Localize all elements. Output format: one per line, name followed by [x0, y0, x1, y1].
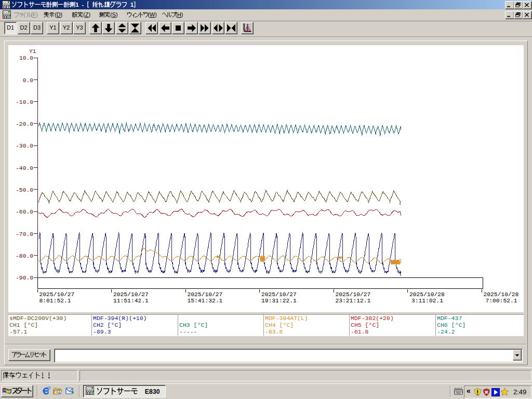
svg-text:-20.0: -20.0: [16, 121, 33, 127]
svg-text:E830: E830: [145, 388, 160, 395]
svg-text:1: 1: [130, 2, 134, 8]
svg-text:10.0: 10.0: [19, 55, 33, 61]
svg-text:2025/10/27: 2025/10/27: [336, 291, 371, 298]
svg-text:23:21:12.1: 23:21:12.1: [336, 298, 371, 304]
svg-text:-90.0: -90.0: [16, 275, 33, 281]
svg-text:-60.0: -60.0: [16, 209, 33, 215]
svg-text:2025/10/27: 2025/10/27: [113, 291, 149, 298]
svg-text:1: 1: [75, 2, 78, 8]
svg-text:2025/10/28: 2025/10/28: [484, 291, 519, 298]
svg-text:-: -: [82, 2, 84, 8]
svg-text:7:00:52.1: 7:00:52.1: [486, 298, 517, 304]
svg-text:15:41:32.1: 15:41:32.1: [188, 298, 223, 304]
svg-text:2025/10/27: 2025/10/27: [261, 291, 297, 298]
svg-text:2025/10/28: 2025/10/28: [409, 291, 445, 298]
svg-text:(D): (D): [55, 12, 62, 18]
svg-text:3:11:02.1: 3:11:02.1: [411, 298, 443, 304]
svg-text:(W): (W): [148, 12, 156, 18]
svg-text:-40.0: -40.0: [16, 165, 33, 171]
svg-text:11:51:42.1: 11:51:42.1: [113, 298, 149, 304]
svg-text:19:31:22.1: 19:31:22.1: [261, 298, 297, 304]
svg-text:(Z): (Z): [83, 12, 90, 18]
svg-text:-80.0: -80.0: [16, 253, 33, 259]
svg-text:-50.0: -50.0: [16, 187, 33, 193]
svg-text:8:01:52.1: 8:01:52.1: [39, 298, 71, 304]
svg-text:-70.0: -70.0: [16, 231, 33, 237]
svg-text:-10.0: -10.0: [16, 99, 33, 105]
svg-text:Y1: Y1: [29, 48, 36, 55]
svg-text:(H): (H): [175, 12, 183, 18]
svg-text:0.0: 0.0: [23, 77, 34, 84]
svg-text:(F): (F): [31, 12, 38, 18]
svg-text:-30.0: -30.0: [16, 143, 33, 149]
svg-text:2025/10/27: 2025/10/27: [188, 291, 223, 298]
svg-text:(S): (S): [110, 12, 117, 18]
svg-text:2025/10/27: 2025/10/27: [39, 291, 75, 298]
